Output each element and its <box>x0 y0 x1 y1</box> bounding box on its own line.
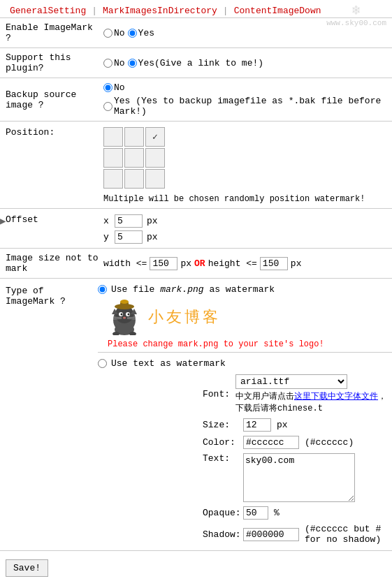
image-size-row: Image size not to mark width <= px OR he… <box>0 249 392 279</box>
type-row: Type of ImageMark ? Use file mark.png as… <box>0 279 392 551</box>
settings-form: Enable ImageMark ? No Yes Support this p… <box>0 18 392 551</box>
font-label: Font: <box>203 389 230 399</box>
offset-x-input[interactable] <box>115 214 143 228</box>
text-mark-header-row: Use text as watermark <box>98 358 392 369</box>
size-px-text: px <box>277 420 288 430</box>
enable-no-label[interactable]: No <box>103 28 125 38</box>
backup-yes-text: Yes (Yes to backup imagefile as *.bak fi… <box>114 96 386 117</box>
offset-x-item: x px <box>103 214 158 228</box>
image-size-content: width <= px OR height <= px <box>103 257 386 270</box>
tab-bar: GeneralSetting | MarkImagesInDirectory |… <box>0 0 392 18</box>
height-value-input[interactable] <box>260 257 288 270</box>
enable-yes-label[interactable]: Yes <box>128 28 154 38</box>
filename-text: mark.png <box>160 284 203 295</box>
type-label: Type of ImageMark ? <box>0 279 98 550</box>
font-select[interactable]: arial.ttf <box>235 374 347 389</box>
text-label: Text: <box>203 453 238 464</box>
file-mark-header-row: Use file mark.png as watermark <box>98 284 392 295</box>
y-px-label: px <box>147 232 158 242</box>
color-label: Color: <box>203 437 238 448</box>
font-controls: arial.ttf 中文用户请点击这里下载中文字体文件，下载后请将chinese… <box>235 374 392 414</box>
offset-content: x px y px <box>103 214 386 244</box>
backup-no-text: No <box>114 82 125 93</box>
size-row-text: Size: px <box>203 418 392 432</box>
support-yes-radio[interactable] <box>128 59 137 68</box>
font-note-prefix: 中文用户请点击 <box>235 392 294 402</box>
tab-general[interactable]: GeneralSetting <box>6 4 90 17</box>
file-mark-section: Use file mark.png as watermark <box>98 279 392 353</box>
support-content: No Yes(Give a link to me!) <box>103 58 386 68</box>
file-mark-preview: 小友博客 <box>108 299 392 335</box>
grid-cell-mr[interactable] <box>145 148 165 168</box>
image-size-label: Image size not to mark <box>6 253 103 274</box>
color-input[interactable] <box>243 436 299 449</box>
backup-no-radio[interactable] <box>103 83 112 92</box>
grid-cell-tm[interactable] <box>124 127 144 147</box>
backup-label: Backup source image ? <box>6 89 103 110</box>
text-textarea[interactable]: sky00.com <box>243 453 355 502</box>
enable-no-radio[interactable] <box>103 29 112 38</box>
support-yes-text: Yes(Give a link to me!) <box>138 58 263 68</box>
support-yes-label[interactable]: Yes(Give a link to me!) <box>128 58 263 68</box>
grid-cell-bm[interactable] <box>124 169 144 189</box>
backup-yes-radio[interactable] <box>103 102 112 111</box>
offset-y-item: y px <box>103 230 158 244</box>
backup-yes-label[interactable]: Yes (Yes to backup imagefile as *.bak fi… <box>103 96 386 117</box>
text-options: Font: arial.ttf 中文用户请点击这里下载中文字体文件，下载后请将c… <box>203 374 392 545</box>
backup-row: Backup source image ? No Yes (Yes to bac… <box>0 78 392 122</box>
grid-cell-br[interactable] <box>145 169 165 189</box>
save-button[interactable]: Save! <box>6 559 48 577</box>
size-label-text: Size: <box>203 420 238 430</box>
grid-cell-tr[interactable] <box>145 127 165 147</box>
grid-cell-tl[interactable] <box>103 127 123 147</box>
position-content: Multiple will be chosen randomly positio… <box>103 127 386 204</box>
font-download-link[interactable]: 这里下载中文字体文件 <box>294 392 378 402</box>
opaque-label: Opaque: <box>203 508 238 518</box>
enable-yes-radio[interactable] <box>128 29 137 38</box>
grid-cell-bl[interactable] <box>103 169 123 189</box>
backup-no-label[interactable]: No <box>103 82 125 93</box>
shadow-label: Shadow: <box>203 529 238 540</box>
enable-yes-text: Yes <box>138 28 154 38</box>
file-mark-radio[interactable] <box>98 285 107 294</box>
enable-label: Enable ImageMark ? <box>6 22 103 43</box>
svg-point-4 <box>120 300 129 304</box>
offset-inputs: x px y px <box>103 214 158 244</box>
y-label: y <box>103 232 110 242</box>
support-no-radio[interactable] <box>103 59 112 68</box>
support-label: Support this plugin? <box>6 52 103 73</box>
enable-content: No Yes <box>103 28 386 38</box>
x-label: x <box>103 216 110 226</box>
enable-no-text: No <box>114 28 125 38</box>
tab-sep-1: | <box>90 6 99 16</box>
shadow-input[interactable] <box>243 528 299 541</box>
offset-label: Offset <box>6 214 103 225</box>
width-value-input[interactable] <box>150 257 177 270</box>
width-px-label: px <box>180 258 191 269</box>
text-mark-radio[interactable] <box>98 359 107 368</box>
svg-point-7 <box>121 314 123 316</box>
please-change-text: Please change mark.png to your site's lo… <box>108 339 392 349</box>
offset-y-input[interactable] <box>115 230 143 244</box>
tab-sep-2: | <box>222 6 230 16</box>
tab-content-down[interactable]: ContentImageDown <box>230 4 326 17</box>
position-row: Position: Multiple will be chosen random… <box>0 122 392 209</box>
svg-point-8 <box>128 314 130 316</box>
snowflake-icon: ❄ <box>326 1 386 19</box>
save-row: Save! <box>0 551 392 585</box>
width-lte-label: width <= <box>103 258 147 269</box>
offset-row: Offset x px y px <box>0 209 392 249</box>
svg-point-9 <box>123 317 126 319</box>
position-grid <box>103 127 165 189</box>
support-no-label[interactable]: No <box>103 58 125 68</box>
tab-mark-dir[interactable]: MarkImagesInDirectory <box>99 4 222 17</box>
font-row: Font: arial.ttf 中文用户请点击这里下载中文字体文件，下载后请将c… <box>203 374 392 414</box>
color-note: (#cccccc) <box>305 437 354 448</box>
grid-cell-ml[interactable] <box>103 148 123 168</box>
size-input[interactable] <box>243 418 271 432</box>
or-label: OR <box>194 258 205 269</box>
grid-cell-mm[interactable] <box>124 148 144 168</box>
shadow-note: (#cccccc but # for no shadow) <box>305 524 392 545</box>
text-mark-section: Use text as watermark Font: arial.ttf <box>98 353 392 550</box>
opaque-input[interactable] <box>243 506 268 520</box>
